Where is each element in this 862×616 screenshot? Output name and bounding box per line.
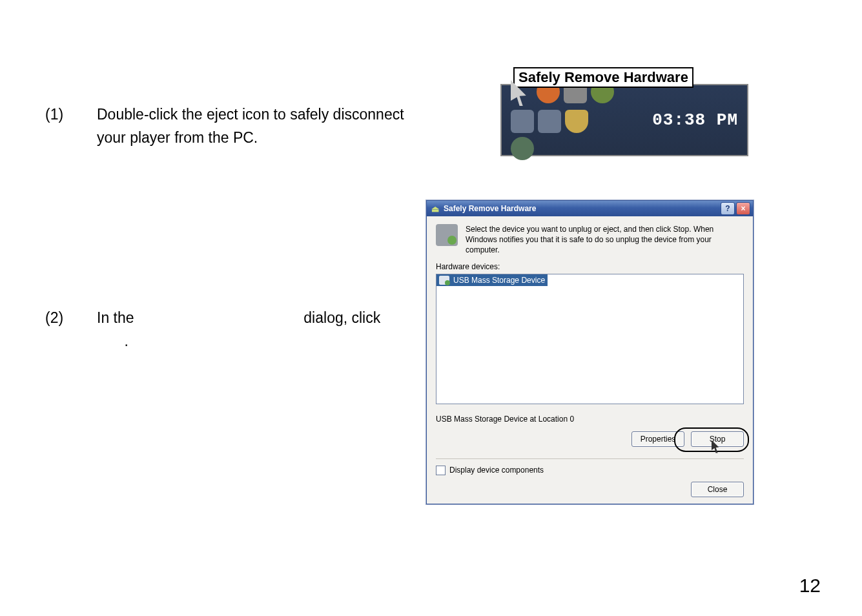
tray-clock: 03:38 PM xyxy=(652,110,738,130)
help-button[interactable]: ? xyxy=(721,202,735,215)
separator xyxy=(436,458,744,459)
device-list-label: Hardware devices: xyxy=(436,262,744,271)
safely-remove-hardware-dialog: ⏏ Safely Remove Hardware ? × Select the … xyxy=(426,200,754,504)
device-icon xyxy=(439,276,449,285)
display-components-label: Display device components xyxy=(449,466,544,475)
step2-prefix: In the xyxy=(97,309,134,326)
dialog-description: Select the device you want to unplug or … xyxy=(466,224,744,256)
device-status-line: USB Mass Storage Device at Location 0 xyxy=(436,415,744,424)
hardware-icon xyxy=(436,224,458,246)
step2-tail: . xyxy=(124,333,128,349)
tray-icon-generic xyxy=(511,110,534,133)
page-number: 12 xyxy=(799,575,821,597)
dialog-titlebar: ⏏ Safely Remove Hardware ? × xyxy=(427,201,753,216)
step-number-2: (2) xyxy=(45,307,97,330)
step-number-1: (1) xyxy=(45,103,97,127)
tray-tooltip: Safely Remove Hardware xyxy=(513,67,693,88)
display-components-checkbox[interactable] xyxy=(436,466,446,475)
tray-icon-eject[interactable] xyxy=(538,110,561,133)
properties-button[interactable]: Properties xyxy=(631,431,684,447)
close-button[interactable]: × xyxy=(736,202,750,215)
step2-suffix: dialog, click xyxy=(303,309,380,326)
stop-button[interactable]: Stop xyxy=(691,431,744,447)
device-list-item[interactable]: USB Mass Storage Device xyxy=(436,274,548,286)
system-tray-figure: Safely Remove Hardware 03:38 PM xyxy=(500,84,748,156)
dialog-title: Safely Remove Hardware xyxy=(444,204,536,213)
dialog-close-button[interactable]: Close xyxy=(691,482,744,497)
step-text-1: Double-click the eject icon to safely di… xyxy=(97,103,426,149)
hardware-device-list[interactable]: USB Mass Storage Device xyxy=(436,274,744,404)
tray-icon-group xyxy=(511,80,614,160)
tray-icon-shield xyxy=(565,110,588,133)
device-item-label: USB Mass Storage Device xyxy=(453,276,545,285)
tray-icon-refresh xyxy=(511,137,534,160)
step-text-2: In the dialog, click . xyxy=(97,307,380,353)
eject-icon: ⏏ xyxy=(431,204,440,213)
